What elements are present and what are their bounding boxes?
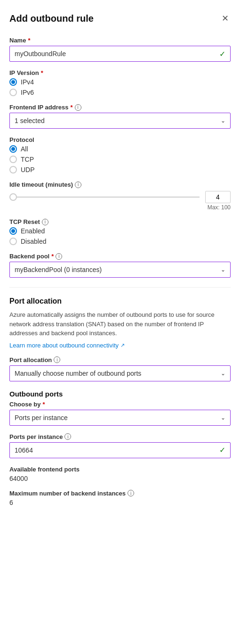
ipv4-radio-circle <box>9 78 17 86</box>
max-backend-instances-group: Maximum number of backend instances i 6 <box>9 490 231 506</box>
tcp-reset-enabled-radio[interactable]: Enabled <box>9 227 231 235</box>
port-allocation-description: Azure automatically assigns the number o… <box>9 310 231 338</box>
ipv6-radio-circle <box>9 89 17 96</box>
required-indicator: * <box>70 104 72 111</box>
protocol-all-radio-circle <box>9 145 17 153</box>
frontend-ip-info-icon[interactable]: i <box>75 104 81 111</box>
required-indicator: * <box>51 253 54 260</box>
chevron-down-icon: ⌄ <box>221 266 225 273</box>
frontend-ip-field-group: Frontend IP address * i 1 selected ⌄ <box>9 104 231 129</box>
backend-pool-dropdown[interactable]: myBackendPool (0 instances) ⌄ <box>9 262 231 278</box>
frontend-ip-dropdown[interactable]: 1 selected ⌄ <box>9 113 231 129</box>
protocol-radio-group: All TCP UDP <box>9 145 231 173</box>
valid-check-icon: ✓ <box>219 50 225 58</box>
page-title: Add outbound rule <box>9 13 94 24</box>
ip-version-label: IP Version * <box>9 69 231 76</box>
max-backend-instances-value: 6 <box>9 499 231 506</box>
available-frontend-ports-group: Available frontend ports 64000 <box>9 466 231 482</box>
required-indicator: * <box>41 69 43 76</box>
port-allocation-label: Port allocation i <box>9 356 231 363</box>
tcp-reset-field-group: TCP Reset i Enabled Disabled <box>9 218 231 245</box>
backend-pool-field-group: Backend pool * i myBackendPool (0 instan… <box>9 253 231 278</box>
tcp-reset-disabled-circle <box>9 238 17 245</box>
idle-timeout-input[interactable] <box>205 191 231 203</box>
idle-timeout-info-icon[interactable]: i <box>75 182 81 188</box>
close-icon: ✕ <box>222 14 229 23</box>
close-button[interactable]: ✕ <box>220 11 231 25</box>
choose-by-label: Choose by * <box>9 401 231 408</box>
tcp-reset-info-icon[interactable]: i <box>42 219 48 225</box>
port-allocation-title: Port allocation <box>9 297 231 305</box>
port-allocation-section: Port allocation Azure automatically assi… <box>9 297 231 506</box>
ipv4-radio[interactable]: IPv4 <box>9 78 231 86</box>
protocol-tcp-radio[interactable]: TCP <box>9 156 231 163</box>
chevron-down-icon: ⌄ <box>221 414 225 421</box>
outbound-ports-section: Outbound ports Choose by * Ports per ins… <box>9 390 231 506</box>
learn-more-link[interactable]: Learn more about outbound connectivity ↗ <box>9 342 231 349</box>
ports-per-instance-label: Ports per instance i <box>9 433 231 440</box>
available-frontend-ports-label: Available frontend ports <box>9 466 231 473</box>
tcp-reset-label: TCP Reset i <box>9 218 231 225</box>
port-allocation-dropdown[interactable]: Manually choose number of outbound ports… <box>9 365 231 381</box>
ip-version-field-group: IP Version * IPv4 IPv6 <box>9 69 231 96</box>
port-allocation-info-icon[interactable]: i <box>54 356 60 363</box>
name-input[interactable]: myOutboundRule ✓ <box>9 46 231 62</box>
chevron-down-icon: ⌄ <box>221 370 225 377</box>
tcp-reset-disabled-radio[interactable]: Disabled <box>9 238 231 245</box>
port-allocation-dropdown-group: Port allocation i Manually choose number… <box>9 356 231 381</box>
protocol-all-radio[interactable]: All <box>9 145 231 153</box>
ports-per-instance-input[interactable]: 10664 ✓ <box>9 442 231 458</box>
max-backend-info-icon[interactable]: i <box>128 490 134 496</box>
idle-timeout-max-label: Max: 100 <box>9 204 231 211</box>
idle-timeout-field-group: Idle timeout (minutes) i Max: 100 <box>9 181 231 211</box>
idle-timeout-label: Idle timeout (minutes) i <box>9 181 231 188</box>
valid-check-icon: ✓ <box>219 446 225 454</box>
available-frontend-ports-value: 64000 <box>9 475 231 482</box>
outbound-ports-title: Outbound ports <box>9 390 231 398</box>
backend-pool-info-icon[interactable]: i <box>56 253 62 260</box>
frontend-ip-label: Frontend IP address * i <box>9 104 231 111</box>
ports-per-instance-info-icon[interactable]: i <box>64 433 71 440</box>
protocol-field-group: Protocol All TCP UDP <box>9 136 231 173</box>
required-indicator: * <box>28 37 30 44</box>
choose-by-dropdown[interactable]: Ports per instance ⌄ <box>9 410 231 426</box>
choose-by-field-group: Choose by * Ports per instance ⌄ <box>9 401 231 426</box>
idle-timeout-slider-thumb[interactable] <box>9 193 17 201</box>
ports-per-instance-field-group: Ports per instance i 10664 ✓ <box>9 433 231 458</box>
required-indicator: * <box>42 401 45 408</box>
tcp-reset-enabled-circle <box>9 227 17 235</box>
name-label: Name * <box>9 37 231 44</box>
backend-pool-label: Backend pool * i <box>9 253 231 260</box>
section-divider <box>9 287 231 288</box>
protocol-udp-radio-circle <box>9 166 17 173</box>
idle-timeout-slider-track <box>9 197 200 198</box>
chevron-down-icon: ⌄ <box>221 117 225 124</box>
protocol-tcp-radio-circle <box>9 156 17 163</box>
ip-version-radio-group: IPv4 IPv6 <box>9 78 231 96</box>
idle-timeout-slider-container <box>9 191 231 203</box>
protocol-label: Protocol <box>9 136 231 143</box>
tcp-reset-radio-group: Enabled Disabled <box>9 227 231 245</box>
max-backend-instances-label: Maximum number of backend instances i <box>9 490 231 497</box>
external-link-icon: ↗ <box>120 342 125 348</box>
protocol-udp-radio[interactable]: UDP <box>9 166 231 173</box>
name-field-group: Name * myOutboundRule ✓ <box>9 37 231 62</box>
ipv6-radio[interactable]: IPv6 <box>9 89 231 96</box>
